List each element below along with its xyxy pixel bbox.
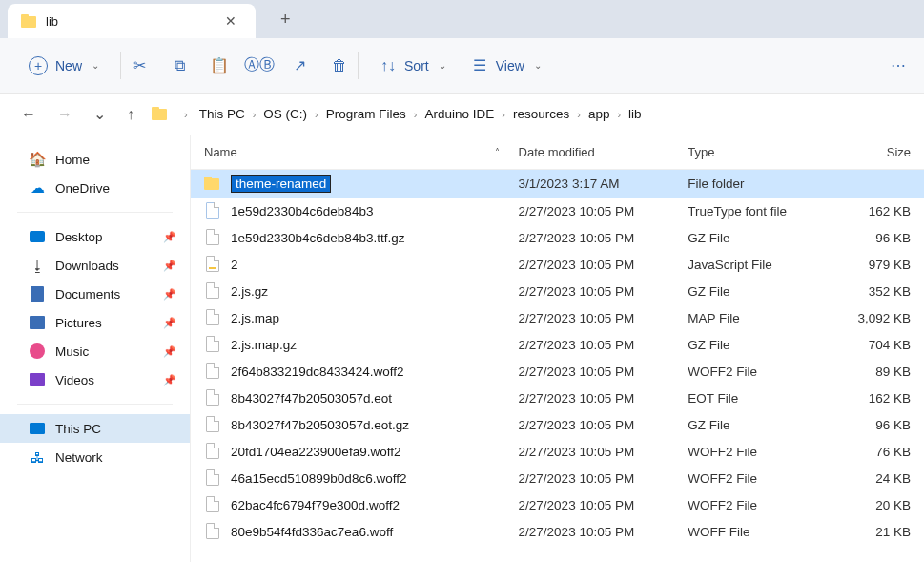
recent-dropdown[interactable]: ⌄: [90, 101, 110, 127]
rename-icon[interactable]: ⒶⒷ: [251, 57, 268, 74]
sidebar-item-desktop[interactable]: Desktop📌: [0, 222, 190, 251]
sidebar-item-onedrive[interactable]: ☁OneDrive: [0, 174, 190, 202]
sidebar-item-label: Desktop: [55, 230, 103, 244]
sidebar-item-this-pc[interactable]: This PC: [0, 414, 190, 443]
more-icon[interactable]: ⋯: [890, 57, 907, 74]
file-size: 96 KB: [834, 231, 911, 245]
sidebar-item-label: This PC: [55, 422, 101, 436]
breadcrumb-item[interactable]: lib: [625, 105, 646, 123]
chevron-down-icon: ⌄: [92, 60, 99, 71]
file-type: GZ File: [688, 338, 834, 352]
breadcrumb-item[interactable]: This PC: [195, 105, 249, 123]
file-date: 2/27/2023 10:05 PM: [519, 525, 688, 539]
chevron-right-icon[interactable]: ›: [410, 109, 421, 120]
chevron-right-icon[interactable]: ›: [498, 109, 509, 120]
file-type: MAP File: [688, 311, 834, 325]
file-row[interactable]: theme-renamed3/1/2023 3:17 AMFile folder: [191, 170, 924, 198]
tab-title: lib: [46, 14, 210, 29]
sidebar-item-network[interactable]: 🖧Network: [0, 443, 190, 471]
file-icon: [204, 282, 221, 300]
sidebar-item-label: Music: [55, 344, 89, 359]
file-date: 2/27/2023 10:05 PM: [519, 284, 688, 299]
sidebar-item-pictures[interactable]: Pictures📌: [0, 308, 190, 337]
plus-icon: +: [29, 56, 48, 75]
file-date: 2/27/2023 10:05 PM: [519, 204, 688, 219]
file-size: 162 KB: [834, 391, 911, 406]
sort-button[interactable]: ↑↓ Sort ⌄: [368, 50, 458, 82]
breadcrumb-item[interactable]: Arduino IDE: [421, 105, 498, 123]
new-button[interactable]: + New ⌄: [17, 49, 111, 83]
sidebar-item-music[interactable]: Music📌: [0, 337, 190, 365]
close-icon[interactable]: ✕: [219, 11, 242, 31]
file-type: WOFF File: [688, 525, 834, 539]
column-date[interactable]: Date modified: [519, 145, 688, 159]
file-name: 20fd1704ea223900efa9.woff2: [231, 445, 519, 459]
column-name[interactable]: Name ˄: [204, 145, 519, 159]
tab[interactable]: lib ✕: [8, 4, 256, 38]
file-date: 2/27/2023 10:05 PM: [519, 498, 688, 512]
file-name: 80e9b54f4fd336ac7ea6.woff: [231, 525, 519, 539]
sidebar: 🏠Home☁OneDrive Desktop📌⭳Downloads📌Docume…: [0, 135, 191, 562]
sidebar-item-label: Videos: [55, 373, 94, 387]
sidebar-item-downloads[interactable]: ⭳Downloads📌: [0, 251, 190, 280]
file-row[interactable]: 80e9b54f4fd336ac7ea6.woff2/27/2023 10:05…: [191, 518, 924, 545]
chevron-right-icon[interactable]: ›: [249, 109, 260, 120]
file-row[interactable]: 1e59d2330b4c6deb84b32/27/2023 10:05 PMTr…: [191, 198, 924, 224]
chevron-right-icon[interactable]: ›: [613, 109, 625, 120]
file-name: 2: [231, 258, 519, 272]
chevron-right-icon[interactable]: ›: [311, 109, 322, 120]
file-name: 8b43027f47b20503057d.eot.gz: [231, 418, 519, 432]
up-button[interactable]: ↑: [123, 102, 138, 127]
separator: [120, 52, 121, 79]
file-name: 2.js.gz: [231, 284, 519, 299]
column-size[interactable]: Size: [834, 145, 911, 159]
breadcrumb-item[interactable]: resources: [509, 105, 573, 123]
rename-input[interactable]: theme-renamed: [231, 175, 331, 193]
sidebar-item-home[interactable]: 🏠Home: [0, 145, 190, 174]
file-row[interactable]: 8b43027f47b20503057d.eot.gz2/27/2023 10:…: [191, 411, 924, 438]
file-row[interactable]: 2.js.map2/27/2023 10:05 PMMAP File3,092 …: [191, 304, 924, 331]
sidebar-item-label: Network: [55, 450, 103, 465]
file-row[interactable]: 2.js.gz2/27/2023 10:05 PMGZ File352 KB: [191, 278, 924, 304]
file-row[interactable]: 46a15ecd510899b0d8c6.woff22/27/2023 10:0…: [191, 465, 924, 491]
file-row[interactable]: 2.js.map.gz2/27/2023 10:05 PMGZ File704 …: [191, 331, 924, 358]
view-button[interactable]: ☰ View ⌄: [460, 50, 553, 82]
delete-icon[interactable]: 🗑: [331, 57, 348, 74]
chevron-right-icon[interactable]: ›: [573, 109, 585, 120]
new-tab-button[interactable]: +: [273, 6, 298, 33]
sidebar-item-documents[interactable]: Documents📌: [0, 280, 190, 308]
breadcrumb-item[interactable]: Program Files: [322, 105, 410, 123]
folder-icon[interactable]: [152, 106, 169, 123]
file-date: 2/27/2023 10:05 PM: [519, 471, 688, 486]
breadcrumb-item[interactable]: app: [585, 105, 614, 123]
file-date: 2/27/2023 10:05 PM: [519, 338, 688, 352]
file-row[interactable]: 2f64b833219dc8433424.woff22/27/2023 10:0…: [191, 358, 924, 385]
copy-icon[interactable]: ⧉: [171, 57, 188, 74]
file-icon: [204, 389, 221, 406]
file-date: 2/27/2023 10:05 PM: [519, 231, 688, 245]
back-button[interactable]: ←: [17, 102, 40, 127]
chevron-right-icon[interactable]: ›: [180, 109, 192, 120]
file-row[interactable]: 22/27/2023 10:05 PMJavaScript File979 KB: [191, 251, 924, 278]
file-row[interactable]: 20fd1704ea223900efa9.woff22/27/2023 10:0…: [191, 438, 924, 465]
sidebar-item-videos[interactable]: Videos📌: [0, 365, 190, 394]
file-date: 2/27/2023 10:05 PM: [519, 418, 688, 432]
sidebar-item-label: Downloads: [55, 259, 119, 273]
file-row[interactable]: 62bac4fc6794f79e300d.woff22/27/2023 10:0…: [191, 491, 924, 518]
file-size: 89 KB: [834, 364, 911, 379]
cut-icon[interactable]: ✂: [131, 57, 148, 74]
file-row[interactable]: 8b43027f47b20503057d.eot2/27/2023 10:05 …: [191, 385, 924, 411]
chevron-down-icon: ⌄: [534, 60, 542, 71]
file-icon: [204, 363, 221, 380]
new-label: New: [55, 58, 82, 73]
share-icon[interactable]: ↗: [291, 57, 308, 74]
forward-button[interactable]: →: [53, 102, 76, 127]
column-type[interactable]: Type: [688, 145, 834, 159]
file-row[interactable]: 1e59d2330b4c6deb84b3.ttf.gz2/27/2023 10:…: [191, 224, 924, 251]
file-icon: [204, 309, 221, 326]
paste-icon[interactable]: 📋: [211, 57, 228, 74]
view-label: View: [496, 58, 524, 73]
breadcrumb-item[interactable]: OS (C:): [259, 105, 311, 123]
file-name: 2.js.map.gz: [231, 338, 519, 352]
file-name: 46a15ecd510899b0d8c6.woff2: [231, 471, 519, 486]
